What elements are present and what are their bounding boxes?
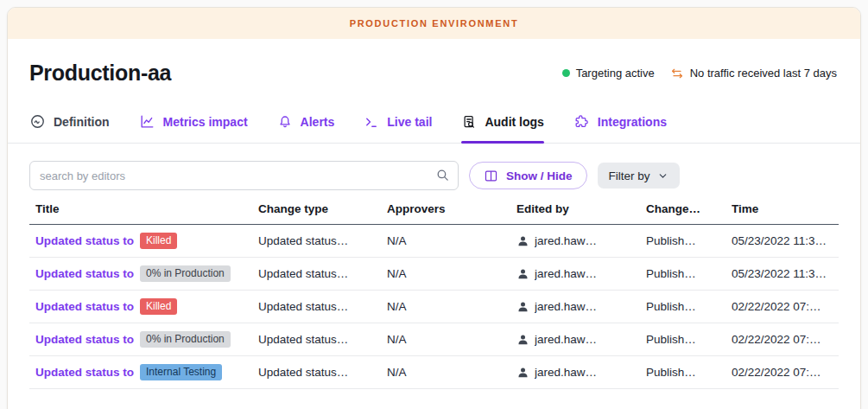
search-input[interactable]: [29, 161, 459, 190]
environment-label: PRODUCTION ENVIRONMENT: [350, 18, 519, 29]
targeting-status-label: Targeting active: [576, 67, 655, 80]
audit-logs-icon: [461, 114, 477, 130]
table-body: Updated status to Killed Updated status……: [29, 225, 839, 389]
cell-time: 05/23/2022 11:3…: [732, 267, 839, 280]
table-row[interactable]: Updated status to Internal Testing Updat…: [29, 356, 839, 389]
traffic-status: No traffic received last 7 days: [670, 67, 837, 80]
row-title-link[interactable]: Updated status to: [35, 267, 134, 280]
toolbar: Show / Hide Filter by: [8, 144, 860, 190]
status-badge: 0% in Production: [140, 331, 231, 348]
table-header-row: Title Change type Approvers Edited by Ch…: [29, 202, 839, 225]
row-title-link[interactable]: Updated status to: [35, 300, 134, 313]
cell-edited-by: jared.haw…: [516, 267, 646, 280]
tab-label: Alerts: [301, 115, 335, 129]
tab-live-tail[interactable]: Live tail: [364, 114, 432, 143]
chevron-down-icon: [657, 170, 668, 182]
person-icon: [516, 267, 529, 280]
person-icon: [516, 300, 529, 313]
table-row[interactable]: Updated status to Killed Updated status……: [29, 291, 839, 323]
edited-by-name: jared.haw…: [535, 366, 597, 379]
status-badge: Killed: [140, 298, 177, 315]
column-header-time: Time: [732, 202, 839, 215]
column-header-change-type: Change type: [258, 202, 387, 215]
cell-approvers: N/A: [387, 300, 516, 313]
column-header-title: Title: [35, 202, 258, 215]
page-title: Production-aa: [29, 61, 171, 86]
cell-time: 02/22/2022 07:…: [732, 333, 839, 346]
tab-label: Metrics impact: [163, 115, 248, 129]
table-row[interactable]: Updated status to 0% in Production Updat…: [29, 258, 839, 291]
cell-approvers: N/A: [387, 366, 516, 379]
cell-title: Updated status to 0% in Production: [35, 265, 258, 282]
person-icon: [516, 366, 529, 379]
show-hide-label: Show / Hide: [506, 169, 573, 182]
cell-title: Updated status to Internal Testing: [35, 364, 258, 380]
cell-change: Publish…: [646, 267, 732, 280]
tab-definition[interactable]: Definition: [29, 113, 110, 143]
row-title-link[interactable]: Updated status to: [35, 234, 134, 247]
cell-change: Publish…: [646, 234, 732, 247]
status-badge: 0% in Production: [140, 265, 231, 282]
edited-by-name: jared.haw…: [535, 300, 597, 313]
edited-by-name: jared.haw…: [535, 333, 597, 346]
cell-change-type: Updated status…: [258, 366, 387, 379]
tab-label: Definition: [54, 115, 110, 129]
cell-time: 02/22/2022 07:…: [732, 300, 839, 313]
filter-by-label: Filter by: [609, 169, 650, 182]
row-title-link[interactable]: Updated status to: [35, 333, 134, 346]
tab-metrics-impact[interactable]: Metrics impact: [139, 113, 248, 143]
status-badge: Killed: [140, 233, 177, 249]
targeting-status: Targeting active: [562, 67, 655, 80]
audit-logs-table: Title Change type Approvers Edited by Ch…: [29, 202, 839, 389]
cell-approvers: N/A: [387, 333, 516, 346]
tab-integrations[interactable]: Integrations: [573, 113, 667, 143]
tab-label: Audit logs: [485, 115, 543, 129]
cell-title: Updated status to Killed: [35, 233, 258, 249]
cell-time: 02/22/2022 07:…: [732, 366, 839, 379]
tab-label: Integrations: [598, 115, 667, 129]
tab-alerts[interactable]: Alerts: [277, 114, 335, 143]
cell-edited-by: jared.haw…: [516, 234, 646, 247]
metrics-impact-icon: [139, 113, 155, 130]
cell-edited-by: jared.haw…: [516, 333, 646, 346]
cell-change: Publish…: [646, 300, 732, 313]
card-header: Production-aa Targeting active No traffi…: [8, 39, 860, 86]
person-icon: [516, 234, 529, 247]
tab-label: Live tail: [387, 115, 432, 129]
row-title-link[interactable]: Updated status to: [35, 366, 134, 379]
live-tail-terminal-icon: [364, 114, 379, 130]
table-row[interactable]: Updated status to Killed Updated status……: [29, 225, 839, 258]
cell-edited-by: jared.haw…: [516, 300, 646, 313]
edited-by-name: jared.haw…: [535, 267, 597, 280]
tab-audit-logs[interactable]: Audit logs: [461, 114, 543, 143]
cell-edited-by: jared.haw…: [516, 366, 646, 379]
production-environment-banner: PRODUCTION ENVIRONMENT: [8, 8, 860, 39]
traffic-status-label: No traffic received last 7 days: [690, 67, 837, 80]
integrations-puzzle-icon: [573, 113, 590, 130]
search-icon: [435, 168, 450, 182]
targeting-active-dot: [562, 69, 570, 77]
cell-change: Publish…: [646, 366, 732, 379]
cell-change-type: Updated status…: [258, 300, 387, 313]
cell-change-type: Updated status…: [258, 333, 387, 346]
alerts-bell-icon: [277, 114, 293, 130]
column-header-edited-by: Edited by: [516, 202, 646, 215]
definition-icon: [29, 113, 46, 130]
show-hide-button[interactable]: Show / Hide: [469, 162, 587, 189]
status-indicators: Targeting active No traffic received las…: [562, 67, 837, 80]
cell-approvers: N/A: [387, 234, 516, 247]
tabs: Definition Metrics impact Alerts Live ta…: [8, 113, 860, 144]
filter-by-button[interactable]: Filter by: [598, 163, 680, 189]
table-row[interactable]: Updated status to 0% in Production Updat…: [29, 323, 839, 356]
flag-detail-card: PRODUCTION ENVIRONMENT Production-aa Tar…: [7, 7, 861, 409]
columns-icon: [484, 169, 498, 183]
cell-change: Publish…: [646, 333, 732, 346]
edited-by-name: jared.haw…: [535, 234, 597, 247]
column-header-approvers: Approvers: [387, 202, 516, 215]
column-header-change: Change…: [646, 202, 732, 215]
status-badge: Internal Testing: [140, 364, 222, 380]
person-icon: [516, 333, 529, 346]
cell-title: Updated status to 0% in Production: [35, 331, 258, 348]
cell-time: 05/23/2022 11:3…: [732, 234, 839, 247]
search-editors-box: [29, 161, 459, 190]
